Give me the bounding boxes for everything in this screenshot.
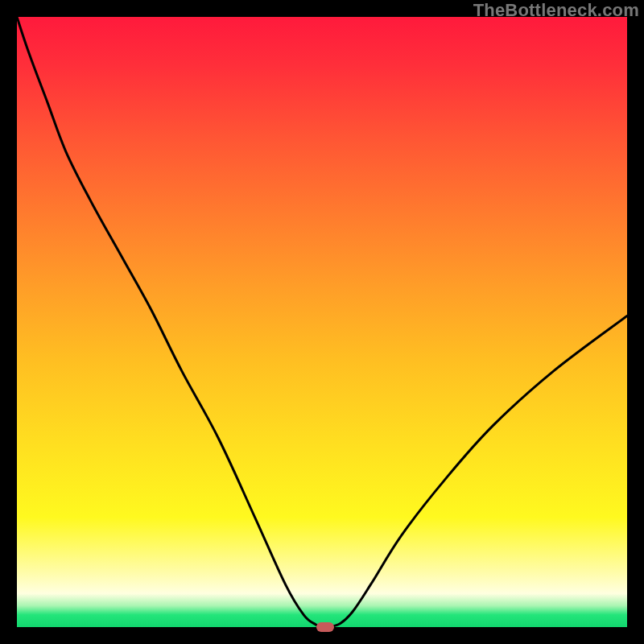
chart-frame: TheBottleneck.com bbox=[0, 0, 644, 644]
chart-plot-area bbox=[17, 17, 627, 627]
bottleneck-curve-path bbox=[17, 17, 627, 627]
chart-marker bbox=[316, 622, 334, 632]
chart-curve bbox=[17, 17, 627, 627]
watermark-text: TheBottleneck.com bbox=[473, 0, 639, 21]
